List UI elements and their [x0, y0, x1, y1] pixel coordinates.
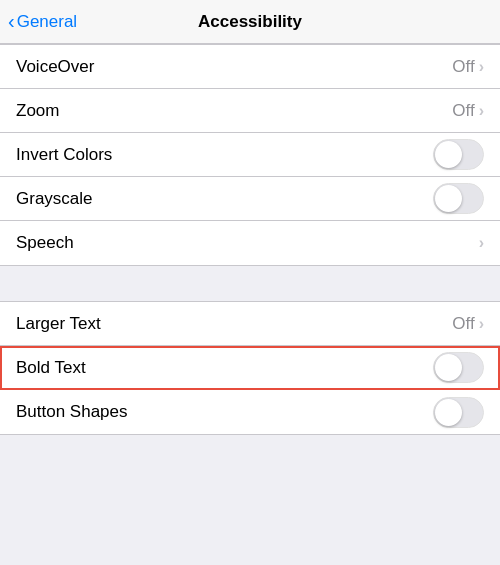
group-separator: [0, 266, 500, 301]
grayscale-toggle-knob: [435, 185, 462, 212]
button-shapes-toggle-knob: [435, 399, 462, 426]
header: ‹ General Accessibility: [0, 0, 500, 44]
settings-group-2: Larger Text Off › Bold Text Button Shape…: [0, 301, 500, 435]
bold-text-row[interactable]: Bold Text: [0, 346, 500, 390]
invert-colors-toggle-knob: [435, 141, 462, 168]
voiceover-label: VoiceOver: [16, 57, 94, 77]
button-shapes-row[interactable]: Button Shapes: [0, 390, 500, 434]
button-shapes-label: Button Shapes: [16, 402, 128, 422]
zoom-right: Off ›: [452, 101, 484, 121]
larger-text-value: Off: [452, 314, 474, 334]
larger-text-label: Larger Text: [16, 314, 101, 334]
grayscale-label: Grayscale: [16, 189, 93, 209]
voiceover-chevron-icon: ›: [479, 58, 484, 76]
voiceover-value: Off: [452, 57, 474, 77]
invert-colors-label: Invert Colors: [16, 145, 112, 165]
speech-row[interactable]: Speech ›: [0, 221, 500, 265]
grayscale-row[interactable]: Grayscale: [0, 177, 500, 221]
zoom-row[interactable]: Zoom Off ›: [0, 89, 500, 133]
speech-right: ›: [479, 234, 484, 252]
bold-text-toggle[interactable]: [433, 352, 484, 383]
larger-text-chevron-icon: ›: [479, 315, 484, 333]
grayscale-toggle[interactable]: [433, 183, 484, 214]
bold-text-toggle-knob: [435, 354, 462, 381]
invert-colors-toggle[interactable]: [433, 139, 484, 170]
zoom-label: Zoom: [16, 101, 59, 121]
invert-colors-row[interactable]: Invert Colors: [0, 133, 500, 177]
page-title: Accessibility: [198, 12, 302, 32]
settings-group-1: VoiceOver Off › Zoom Off › Invert Colors…: [0, 44, 500, 266]
speech-chevron-icon: ›: [479, 234, 484, 252]
voiceover-right: Off ›: [452, 57, 484, 77]
back-label: General: [17, 12, 77, 32]
zoom-chevron-icon: ›: [479, 102, 484, 120]
back-chevron-icon: ‹: [8, 11, 15, 31]
larger-text-right: Off ›: [452, 314, 484, 334]
back-button[interactable]: ‹ General: [8, 12, 77, 32]
bold-text-label: Bold Text: [16, 358, 86, 378]
zoom-value: Off: [452, 101, 474, 121]
speech-label: Speech: [16, 233, 74, 253]
button-shapes-toggle[interactable]: [433, 397, 484, 428]
voiceover-row[interactable]: VoiceOver Off ›: [0, 45, 500, 89]
larger-text-row[interactable]: Larger Text Off ›: [0, 302, 500, 346]
